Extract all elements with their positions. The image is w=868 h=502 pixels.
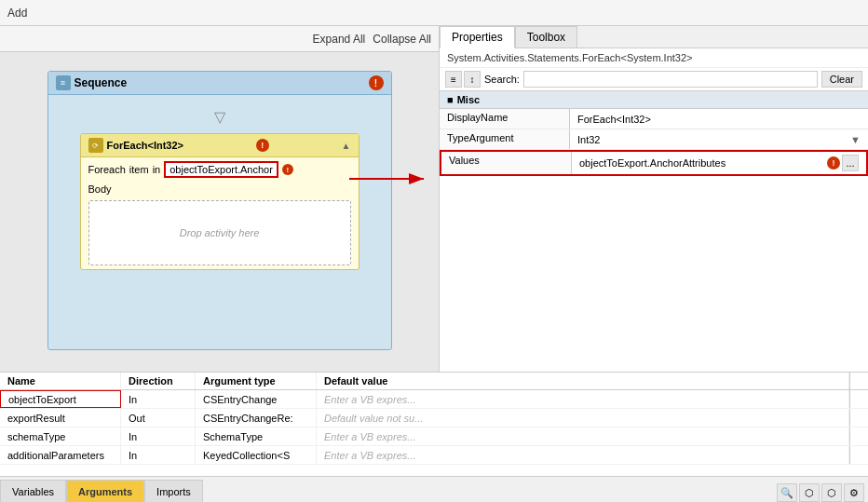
arg-row-1: exportResult Out CSEntryChangeRe: Defaul…: [0, 409, 868, 427]
col-header-type: Argument type: [196, 373, 317, 389]
props-section-misc: ■ Misc: [440, 91, 868, 109]
typeargument-value: Int32: [577, 134, 850, 145]
arg-type-1: CSEntryChangeRe:: [196, 409, 317, 427]
arg-type-2: SchemaType: [196, 427, 317, 445]
tab-imports[interactable]: Imports: [144, 480, 203, 502]
foreach-icon: ⟳: [88, 138, 103, 153]
arg-default-2[interactable]: Enter a VB expres...: [317, 427, 849, 445]
drop-zone-label: Drop activity here: [180, 227, 260, 238]
arg-dir-2: In: [121, 427, 196, 445]
foreach-value-box[interactable]: objectToExport.Anchor: [164, 161, 278, 178]
arg-name-text-0: objectToExport: [8, 394, 76, 405]
sequence-error-badge: !: [369, 75, 384, 90]
sequence-title: Sequence: [75, 76, 128, 89]
misc-section-label: Misc: [457, 94, 480, 105]
arguments-table: Name Direction Argument type Default val…: [0, 373, 868, 476]
sequence-icon: ≡: [56, 75, 71, 90]
props-subtitle: System.Activities.Statements.ForEach<Sys…: [440, 48, 868, 68]
arg-default-1: Default value not su...: [317, 409, 849, 427]
sequence-drop-arrow: ▽: [214, 108, 225, 126]
values-with-buttons: objectToExport.AnchorAttributes ! ...: [579, 155, 859, 171]
prop-name-values: Values: [441, 152, 572, 174]
prop-value-values[interactable]: objectToExport.AnchorAttributes ! ...: [572, 152, 866, 174]
displayname-value: ForEach<Int32>: [577, 114, 651, 125]
arg-dir-0: In: [121, 390, 196, 408]
values-error-icon: !: [827, 156, 840, 170]
bottom-tabs: Variables Arguments Imports 🔍 ⬡ ⬡ ⚙: [0, 476, 868, 502]
search-input[interactable]: [523, 71, 818, 88]
foreach-body-label: Body: [81, 182, 359, 197]
tab-variables[interactable]: Variables: [0, 480, 66, 502]
arg-default-3[interactable]: Enter a VB expres...: [317, 446, 849, 464]
collapse-all-button[interactable]: Collapse All: [373, 33, 431, 46]
clear-button[interactable]: Clear: [821, 71, 862, 88]
col-header-name: Name: [0, 373, 121, 389]
bottom-panel: Name Direction Argument type Default val…: [0, 372, 868, 502]
bottom-content: Name Direction Argument type Default val…: [0, 373, 868, 476]
props-row-values: Values objectToExport.AnchorAttributes !…: [440, 150, 868, 176]
designer-toolbar: Expand All Collapse All: [0, 26, 439, 52]
designer-panel: Expand All Collapse All ≡ Sequence ! ▽: [0, 26, 440, 372]
foreach-row: Foreach item in objectToExport.Anchor !: [81, 157, 359, 182]
designer-canvas: ≡ Sequence ! ▽ ⟳ ForEach<Int32> ! ▲: [0, 52, 439, 372]
props-tabs: Properties Toolbox: [440, 26, 868, 48]
add-button[interactable]: Add: [7, 7, 27, 20]
sort-alpha-icon[interactable]: ↕: [464, 71, 481, 88]
foreach-collapse-btn[interactable]: ▲: [342, 141, 351, 151]
prop-name-typeargument: TypeArgument: [440, 129, 570, 149]
arg-dir-1: Out: [121, 409, 196, 427]
props-search-icons: ≡ ↕: [445, 71, 481, 88]
arg-row-2: schemaType In SchemaType Enter a VB expr…: [0, 427, 868, 446]
foreach-container: ⟳ ForEach<Int32> ! ▲ Foreach item in o: [80, 133, 359, 270]
prop-value-typeargument[interactable]: Int32 ▼: [570, 129, 868, 149]
collapse-bottom-btn[interactable]: ⬡: [821, 483, 842, 502]
prop-name-displayname: DisplayName: [440, 109, 570, 129]
prop-value-displayname[interactable]: ForEach<Int32>: [570, 109, 868, 129]
arg-table-header: Name Direction Argument type Default val…: [0, 373, 868, 390]
foreach-label: Foreach: [88, 164, 126, 175]
expand-all-button[interactable]: Expand All: [313, 33, 366, 46]
foreach-value-text: objectToExport.Anchor: [170, 164, 273, 175]
arg-type-3: KeyedCollection<S: [196, 446, 317, 464]
top-toolbar: Add: [0, 0, 868, 26]
typeargument-dropdown-icon[interactable]: ▼: [850, 134, 861, 145]
search-label: Search:: [484, 74, 520, 85]
in-label: in: [153, 164, 161, 175]
item-label: item: [129, 164, 149, 175]
settings-bottom-btn[interactable]: ⚙: [844, 483, 864, 502]
arg-name-3[interactable]: additionalParameters: [0, 446, 121, 464]
bottom-toolbar-right: 🔍 ⬡ ⬡ ⚙: [777, 483, 868, 502]
foreach-value-error: !: [282, 164, 293, 175]
arg-name-0[interactable]: objectToExport: [0, 390, 121, 408]
arg-dir-3: In: [121, 446, 196, 464]
tab-arguments[interactable]: Arguments: [66, 480, 144, 502]
sequence-body: ▽ ⟳ ForEach<Int32> ! ▲ Foreach: [48, 95, 391, 283]
arg-default-0[interactable]: Enter a VB expres...: [317, 390, 849, 408]
search-bottom-btn[interactable]: 🔍: [777, 483, 797, 502]
foreach-drop-zone[interactable]: Drop activity here: [88, 200, 351, 265]
values-ellipsis-button[interactable]: ...: [842, 155, 859, 171]
arg-row-3: additionalParameters In KeyedCollection<…: [0, 446, 868, 465]
arg-type-0: CSEntryChange: [196, 390, 317, 408]
arg-name-2[interactable]: schemaType: [0, 427, 121, 445]
foreach-error-badge: !: [256, 139, 269, 152]
expand-bottom-btn[interactable]: ⬡: [799, 483, 820, 502]
collapse-icon: ■: [447, 94, 454, 105]
foreach-header: ⟳ ForEach<Int32> ! ▲: [81, 134, 359, 157]
values-text: objectToExport.AnchorAttributes: [579, 157, 825, 169]
sort-category-icon[interactable]: ≡: [445, 71, 462, 88]
properties-panel: Properties Toolbox System.Activities.Sta…: [440, 26, 868, 372]
arg-row-0: objectToExport In CSEntryChange Enter a …: [0, 390, 868, 409]
canvas-wrapper: ≡ Sequence ! ▽ ⟳ ForEach<Int32> ! ▲: [9, 71, 429, 350]
sequence-header: ≡ Sequence !: [48, 72, 391, 95]
col-header-default: Default value: [317, 373, 849, 389]
col-header-direction: Direction: [121, 373, 196, 389]
tab-toolbox[interactable]: Toolbox: [515, 26, 577, 47]
foreach-title: ForEach<Int32>: [107, 140, 184, 151]
tab-properties[interactable]: Properties: [440, 26, 515, 48]
props-table: ■ Misc DisplayName ForEach<Int32> TypeAr…: [440, 91, 868, 372]
arg-name-1[interactable]: exportResult: [0, 409, 121, 427]
props-row-typeargument: TypeArgument Int32 ▼: [440, 129, 868, 150]
sequence-container: ≡ Sequence ! ▽ ⟳ ForEach<Int32> ! ▲: [47, 71, 392, 350]
props-row-displayname: DisplayName ForEach<Int32>: [440, 109, 868, 129]
